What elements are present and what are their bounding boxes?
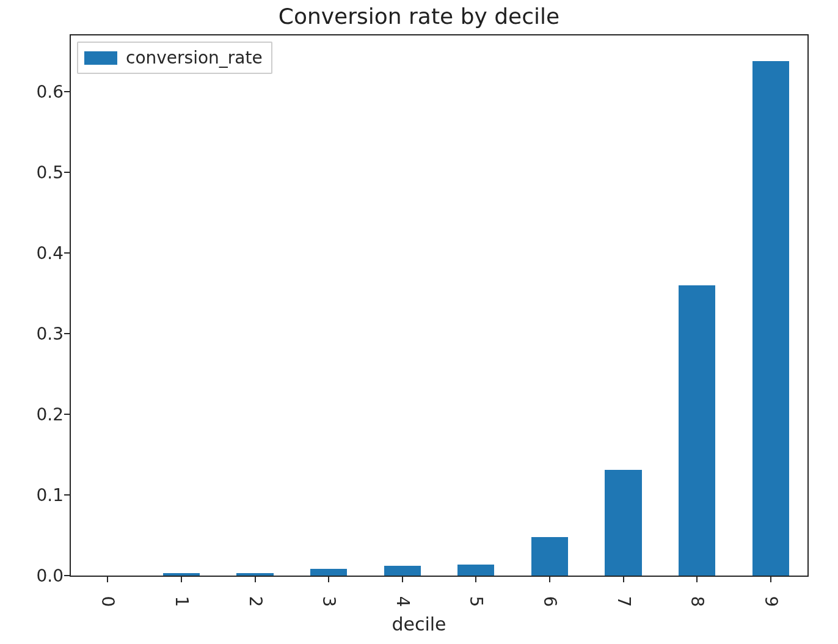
bar-1 [163,573,200,576]
x-tick-mark [402,577,403,582]
x-tick-mark [107,577,108,582]
plot-area: conversion_rate [70,34,809,577]
y-tick-label: 0.5 [2,163,64,183]
chart-figure: Conversion rate by decile 0.0 0.1 0.2 0.… [0,0,838,644]
bar-8 [679,285,715,576]
bar-7 [605,470,641,576]
bar-9 [752,61,789,576]
y-tick-label: 0.4 [2,243,64,263]
y-tick-mark [64,414,70,415]
x-tick-mark [255,577,256,582]
y-tick-label: 0.1 [2,485,64,505]
x-tick-label: 3 [319,596,339,607]
y-tick-mark [64,172,70,173]
x-tick-label: 7 [613,596,633,607]
x-axis-label: decile [0,613,838,635]
x-tick-label: 0 [98,596,118,607]
x-tick-label: 8 [687,596,707,607]
bar-2 [236,573,273,576]
x-tick-mark [328,577,329,582]
x-tick-label: 5 [466,596,486,607]
x-tick-mark [181,577,182,582]
legend-swatch [84,51,117,65]
y-tick-mark [64,252,70,254]
bar-3 [310,569,347,576]
x-tick-mark [623,577,624,582]
x-tick-mark [770,577,771,582]
y-tick-label: 0.0 [2,566,64,586]
legend: conversion_rate [77,42,272,74]
bar-5 [457,565,494,576]
y-tick-label: 0.3 [2,324,64,344]
bar-4 [384,566,421,576]
y-tick-label: 0.2 [2,404,64,425]
y-tick-mark [64,333,70,334]
x-tick-label: 6 [539,596,559,607]
legend-label: conversion_rate [126,48,263,68]
x-tick-label: 1 [171,596,191,607]
bar-6 [531,537,568,576]
chart-title: Conversion rate by decile [0,4,838,29]
x-tick-label: 2 [245,596,265,607]
x-tick-mark [549,577,550,582]
x-tick-mark [696,577,698,582]
x-tick-label: 9 [760,596,781,607]
y-tick-mark [64,91,70,92]
y-tick-label: 0.6 [2,82,64,102]
y-tick-mark [64,575,70,576]
x-tick-mark [475,577,476,582]
x-tick-label: 4 [392,596,412,607]
y-tick-mark [64,494,70,496]
